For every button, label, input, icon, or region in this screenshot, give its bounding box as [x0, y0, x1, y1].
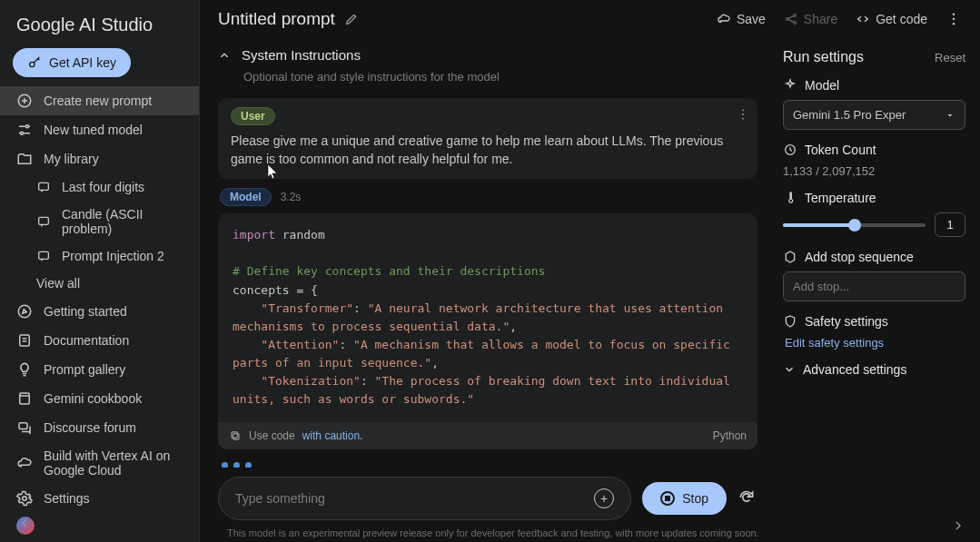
- stop-button[interactable]: Stop: [642, 482, 727, 515]
- svg-point-17: [953, 23, 955, 25]
- svg-point-7: [18, 305, 31, 318]
- svg-point-15: [953, 14, 955, 15]
- advanced-settings-toggle[interactable]: Advanced settings: [783, 362, 965, 377]
- more-vert-icon: [945, 11, 962, 27]
- message-more-button[interactable]: [736, 107, 750, 122]
- topbar: Untitled prompt Save Share Get code: [200, 0, 980, 38]
- content-area: System Instructions Optional tone and st…: [200, 38, 980, 542]
- svg-point-13: [793, 15, 796, 17]
- code-string: "Tokenization": [261, 374, 361, 388]
- chat-icon: [36, 180, 51, 194]
- token-value: 1,133 / 2,097,152: [783, 164, 965, 178]
- more-vert-icon: [736, 107, 750, 122]
- stop-sequence-input[interactable]: Add stop...: [783, 271, 965, 301]
- library-item-label: Candle (ASCII problem): [62, 207, 183, 236]
- user-role-pill: User: [231, 107, 275, 125]
- svg-point-11: [23, 497, 27, 501]
- sidebar-item-cookbook[interactable]: Gemini cookbook: [0, 384, 199, 413]
- input-row: Type something + Stop: [218, 468, 768, 526]
- collapse-sidebar-button[interactable]: [15, 513, 35, 533]
- caution-prefix: Use code: [249, 429, 295, 442]
- sidebar-item-prompt-gallery[interactable]: Prompt gallery: [0, 355, 199, 384]
- my-library-label: My library: [44, 152, 99, 166]
- getting-started-label: Getting started: [44, 304, 127, 319]
- user-message[interactable]: User Please give me a unique and creativ…: [218, 98, 757, 179]
- refresh-button[interactable]: [737, 488, 757, 508]
- svg-rect-22: [232, 432, 237, 438]
- library-item-label: Last four digits: [62, 180, 144, 194]
- pencil-icon: [344, 12, 359, 26]
- token-icon: [783, 143, 797, 157]
- save-button[interactable]: Save: [717, 12, 766, 26]
- system-instructions-title: System Instructions: [242, 47, 361, 63]
- chevron-right-icon: [951, 518, 965, 533]
- chevron-left-icon: [17, 516, 32, 530]
- vertex-label: Build with Vertex AI on Google Cloud: [44, 448, 183, 478]
- run-settings-panel: Run settings Reset Model Gemini 1.5 Pro …: [776, 38, 980, 542]
- share-button[interactable]: Share: [784, 12, 837, 26]
- code-keyword: import: [233, 228, 275, 241]
- shield-icon: [783, 314, 797, 329]
- page-title: Untitled prompt: [218, 9, 335, 29]
- code-string: "Transformer": [261, 301, 353, 315]
- documentation-label: Documentation: [44, 333, 129, 348]
- forum-label: Discourse forum: [44, 420, 136, 435]
- prompt-input[interactable]: Type something +: [218, 477, 631, 520]
- loading-dots: [218, 449, 768, 468]
- model-select[interactable]: Gemini 1.5 Pro Exper: [783, 100, 965, 130]
- compass-icon: [16, 303, 33, 320]
- library-item-2[interactable]: Prompt Injection 2: [0, 242, 199, 270]
- system-instructions[interactable]: System Instructions Optional tone and st…: [218, 38, 768, 98]
- add-attachment-button[interactable]: +: [594, 488, 614, 508]
- lightbulb-icon: [16, 361, 33, 378]
- model-latency: 3.2s: [281, 191, 302, 203]
- view-all-link[interactable]: View all: [0, 270, 199, 297]
- temperature-slider[interactable]: [783, 223, 926, 227]
- messages: User Please give me a unique and creativ…: [218, 98, 768, 468]
- chat-icon: [36, 214, 51, 229]
- save-label: Save: [737, 12, 766, 26]
- cookbook-label: Gemini cookbook: [44, 391, 142, 406]
- sidebar-item-create-prompt[interactable]: Create new prompt: [0, 86, 199, 115]
- reset-button[interactable]: Reset: [935, 51, 965, 64]
- more-menu-button[interactable]: [945, 11, 962, 27]
- sidebar-item-vertex[interactable]: Build with Vertex AI on Google Cloud: [0, 442, 199, 484]
- temperature-label: Temperature: [805, 191, 876, 205]
- model-label: Model: [805, 78, 839, 93]
- expand-panel-button[interactable]: [951, 518, 965, 533]
- code-comment: # Define key concepts and their descript…: [233, 264, 545, 278]
- key-icon: [27, 55, 42, 70]
- stop-sequence-placeholder: Add stop...: [793, 280, 849, 293]
- sidebar-item-my-library[interactable]: My library: [0, 144, 199, 173]
- edit-safety-link[interactable]: Edit safety settings: [783, 336, 965, 350]
- temperature-value[interactable]: 1: [935, 212, 965, 237]
- sidebar-item-settings[interactable]: Settings: [0, 484, 199, 513]
- copy-icon[interactable]: [229, 429, 242, 442]
- folder-icon: [16, 151, 33, 167]
- svg-point-16: [953, 18, 955, 20]
- get-code-button[interactable]: Get code: [856, 12, 927, 26]
- sidebar-item-documentation[interactable]: Documentation: [0, 326, 199, 355]
- stop-icon: [660, 491, 675, 506]
- stop-sequence-label: Add stop sequence: [805, 250, 914, 264]
- create-prompt-label: Create new prompt: [44, 94, 152, 108]
- sidebar: Google AI Studio Get API key Create new …: [0, 0, 200, 542]
- get-api-key-button[interactable]: Get API key: [13, 48, 131, 77]
- code-language: Python: [713, 429, 747, 442]
- app-logo: Google AI Studio: [0, 11, 199, 48]
- book-icon: [16, 390, 33, 407]
- model-role-pill: Model: [220, 188, 272, 206]
- caution-link[interactable]: with caution.: [302, 429, 363, 442]
- svg-rect-4: [39, 182, 49, 190]
- edit-title-button[interactable]: [344, 12, 359, 26]
- token-label: Token Count: [805, 143, 876, 157]
- library-item-0[interactable]: Last four digits: [0, 173, 199, 201]
- hexagon-icon: [783, 250, 797, 264]
- sidebar-item-tuned-model[interactable]: New tuned model: [0, 115, 199, 144]
- svg-point-2: [26, 125, 29, 128]
- sidebar-item-getting-started[interactable]: Getting started: [0, 297, 199, 326]
- sidebar-item-forum[interactable]: Discourse forum: [0, 413, 199, 442]
- library-item-1[interactable]: Candle (ASCII problem): [0, 201, 199, 242]
- svg-point-14: [793, 22, 796, 25]
- code-block[interactable]: import random # Define key concepts and …: [218, 213, 757, 421]
